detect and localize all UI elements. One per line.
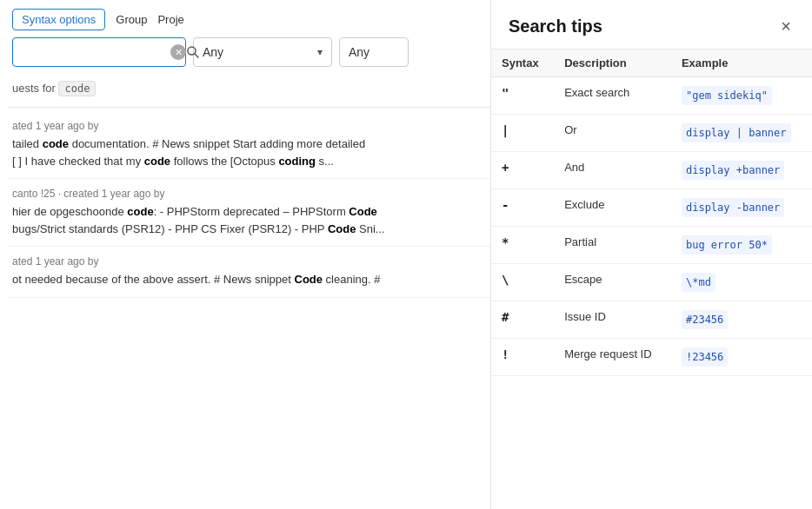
table-row: \Escape\*md bbox=[491, 264, 812, 301]
result-snippet-2b: bugs/Strict standards (PSR12) - PHP CS F… bbox=[12, 221, 487, 238]
group-dropdown-value: Any bbox=[203, 45, 223, 59]
example-code-7: !23456 bbox=[682, 347, 728, 367]
cell-syntax-3: - bbox=[491, 189, 554, 227]
table-row: +Anddisplay +banner bbox=[491, 152, 812, 189]
search-input-wrap: ✕ bbox=[12, 37, 186, 67]
cell-example-3: display -banner bbox=[671, 189, 812, 227]
cell-syntax-4: * bbox=[491, 227, 554, 264]
project-dropdown-value: Any bbox=[349, 45, 369, 59]
search-button[interactable] bbox=[186, 40, 200, 64]
cell-description-3: Exclude bbox=[554, 189, 671, 227]
panel-header: Search tips × bbox=[491, 0, 812, 50]
cell-syntax-7: ! bbox=[491, 339, 554, 376]
syntax-options-button[interactable]: Syntax options bbox=[12, 9, 105, 30]
cell-syntax-5: \ bbox=[491, 264, 554, 301]
cell-description-1: Or bbox=[554, 115, 671, 152]
right-panel: Search tips × Syntax Description Example… bbox=[490, 0, 812, 509]
tips-table: Syntax Description Example "Exact search… bbox=[491, 50, 812, 376]
cell-description-7: Merge request ID bbox=[554, 339, 671, 376]
cell-description-6: Issue ID bbox=[554, 301, 671, 339]
table-row: "Exact search"gem sidekiq" bbox=[491, 77, 812, 115]
result-item-1: ated 1 year ago by tailed code documenta… bbox=[9, 111, 490, 179]
cell-example-7: !23456 bbox=[671, 339, 812, 376]
search-icon bbox=[186, 45, 200, 59]
col-description: Description bbox=[554, 50, 671, 77]
cell-description-2: And bbox=[554, 152, 671, 189]
result-snippet-2a: hier de opgeschoonde code: - PHPStorm de… bbox=[12, 203, 487, 221]
project-label: Proje bbox=[157, 13, 183, 26]
cell-example-2: display +banner bbox=[671, 152, 812, 189]
left-panel: Syntax options Group Proje ✕ Any ▾ Any u… bbox=[0, 0, 490, 509]
example-code-1: display | banner bbox=[682, 123, 791, 142]
divider bbox=[9, 107, 490, 108]
cell-syntax-1: | bbox=[491, 115, 554, 152]
example-code-2: display +banner bbox=[682, 161, 784, 180]
cell-syntax-6: # bbox=[491, 301, 554, 339]
table-row: #Issue ID#23456 bbox=[491, 301, 812, 339]
results-note-text: uests for bbox=[12, 82, 56, 95]
result-item-2: canto !25 · created 1 year ago by hier d… bbox=[9, 179, 490, 247]
close-button[interactable]: × bbox=[777, 16, 795, 36]
cell-description-0: Exact search bbox=[554, 77, 671, 115]
results-tag: code bbox=[58, 81, 96, 96]
clear-icon[interactable]: ✕ bbox=[170, 44, 186, 60]
result-snippet-1b: [ ] I have checked that my code follows … bbox=[12, 153, 487, 170]
example-code-0: "gem sidekiq" bbox=[682, 86, 772, 105]
example-code-4: bug error 50* bbox=[682, 235, 772, 254]
example-code-6: #23456 bbox=[682, 310, 728, 329]
results-note: uests for code bbox=[9, 77, 490, 103]
search-input[interactable] bbox=[18, 45, 170, 59]
result-meta-2: canto !25 · created 1 year ago by bbox=[12, 188, 487, 200]
table-row: !Merge request ID!23456 bbox=[491, 339, 812, 376]
col-syntax: Syntax bbox=[491, 50, 554, 77]
cell-example-4: bug error 50* bbox=[671, 227, 812, 264]
result-item-3: ated 1 year ago by ot needed because of … bbox=[9, 247, 490, 298]
cell-description-4: Partial bbox=[554, 227, 671, 264]
panel-title: Search tips bbox=[509, 17, 602, 36]
chevron-down-icon: ▾ bbox=[317, 46, 323, 58]
cell-example-1: display | banner bbox=[671, 115, 812, 152]
cell-syntax-0: " bbox=[491, 77, 554, 115]
cell-description-5: Escape bbox=[554, 264, 671, 301]
col-example: Example bbox=[671, 50, 812, 77]
search-row: ✕ Any ▾ Any bbox=[9, 37, 490, 67]
table-row: |Ordisplay | banner bbox=[491, 115, 812, 152]
table-row: *Partialbug error 50* bbox=[491, 227, 812, 264]
table-scroll[interactable]: Syntax Description Example "Exact search… bbox=[491, 50, 812, 509]
result-snippet-1a: tailed code documentation. # News snippe… bbox=[12, 136, 487, 153]
table-row: -Excludedisplay -banner bbox=[491, 189, 812, 227]
cell-example-5: \*md bbox=[671, 264, 812, 301]
example-code-3: display -banner bbox=[682, 198, 784, 217]
svg-line-1 bbox=[195, 54, 198, 57]
result-meta-3: ated 1 year ago by bbox=[12, 255, 487, 268]
table-header-row: Syntax Description Example bbox=[491, 50, 812, 77]
group-dropdown[interactable]: Any ▾ bbox=[193, 37, 332, 67]
group-label: Group bbox=[116, 13, 147, 26]
cell-example-0: "gem sidekiq" bbox=[671, 77, 812, 115]
cell-syntax-2: + bbox=[491, 152, 554, 189]
example-code-5: \*md bbox=[682, 273, 715, 292]
result-snippet-3a: ot needed because of the above assert. #… bbox=[12, 271, 487, 288]
project-dropdown-partial[interactable]: Any bbox=[339, 37, 409, 67]
toolbar: Syntax options Group Proje bbox=[9, 9, 490, 30]
result-meta-1: ated 1 year ago by bbox=[12, 120, 487, 132]
cell-example-6: #23456 bbox=[671, 301, 812, 339]
